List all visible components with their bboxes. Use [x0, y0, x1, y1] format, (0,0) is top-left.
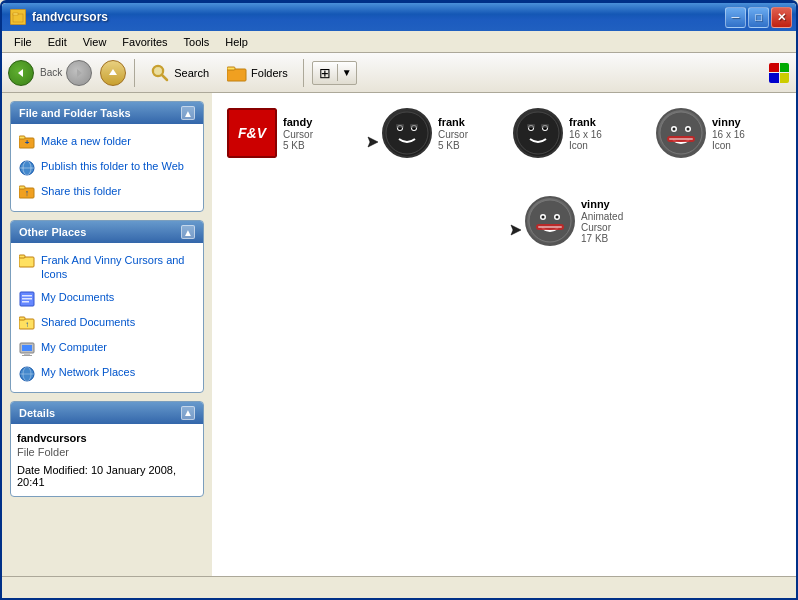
details-collapse-btn[interactable]: ▲ — [181, 406, 195, 420]
vinny-animated-arrow — [509, 223, 523, 239]
details-header[interactable]: Details ▲ — [11, 402, 203, 424]
close-button[interactable]: ✕ — [771, 7, 792, 28]
fandy-thumb: F&V — [227, 108, 277, 158]
file-item-vinny-animated[interactable]: vinny Animated Cursor 17 KB — [508, 191, 643, 271]
my-network-label: My Network Places — [41, 365, 135, 379]
frank-cursor-type: Cursor — [438, 129, 468, 140]
folders-button[interactable]: Folders — [220, 60, 295, 86]
svg-rect-24 — [22, 301, 29, 303]
other-places-collapse-btn[interactable]: ▲ — [181, 225, 195, 239]
frank-cursor-icon — [382, 108, 432, 158]
vinny-icon-thumb — [656, 108, 706, 158]
my-network-link[interactable]: My Network Places — [17, 363, 197, 384]
svg-rect-30 — [24, 353, 30, 355]
view-icon: ⊞ — [313, 62, 337, 84]
other-places-panel: Other Places ▲ Frank And Vinny Cursors a… — [10, 220, 204, 393]
xp-red — [769, 63, 779, 73]
menu-favorites[interactable]: Favorites — [114, 34, 175, 50]
maximize-button[interactable]: □ — [748, 7, 769, 28]
other-places-header[interactable]: Other Places ▲ — [11, 221, 203, 243]
frank-cursor-size: 5 KB — [438, 140, 468, 151]
share-folder-link[interactable]: ↑ Share this folder — [17, 182, 197, 203]
file-item-vinny-icon[interactable]: vinny 16 x 16 Icon — [651, 103, 786, 183]
tasks-panel: File and Folder Tasks ▲ + Make a new fol… — [10, 101, 204, 212]
fandy-logo-icon: F&V — [227, 108, 277, 158]
details-folder-name: fandvcursors — [17, 432, 197, 444]
file-item-fandy[interactable]: F&V fandy Cursor 5 KB — [222, 103, 357, 183]
frank-icon-name: frank — [569, 116, 602, 128]
publish-folder-link[interactable]: Publish this folder to the Web — [17, 157, 197, 178]
svg-point-43 — [517, 112, 559, 154]
svg-marker-2 — [18, 69, 23, 77]
menu-view[interactable]: View — [75, 34, 115, 50]
other-places-body: Frank And Vinny Cursors and Icons My Doc… — [11, 243, 203, 392]
tasks-collapse-btn[interactable]: ▲ — [181, 106, 195, 120]
window: fandvcursors ─ □ ✕ File Edit View Favori… — [0, 0, 798, 600]
share-folder-icon: ↑ — [19, 185, 35, 201]
view-dropdown-arrow[interactable]: ▼ — [337, 64, 356, 81]
my-computer-link[interactable]: My Computer — [17, 338, 197, 359]
svg-text:+: + — [25, 138, 30, 147]
svg-marker-4 — [109, 69, 117, 75]
titlebar-left: fandvcursors — [10, 9, 108, 25]
statusbar — [2, 576, 796, 598]
svg-text:↑: ↑ — [25, 188, 30, 198]
svg-rect-42 — [410, 124, 418, 128]
vinny-icon-size: Icon — [712, 140, 745, 151]
toolbar-separator-1 — [134, 59, 135, 87]
left-panel: File and Folder Tasks ▲ + Make a new fol… — [2, 93, 212, 576]
svg-rect-56 — [669, 138, 693, 140]
fandy-name: fandy — [283, 116, 313, 128]
toolbar-separator-2 — [303, 59, 304, 87]
xp-yellow — [780, 73, 790, 83]
toolbar: Back Search Folders ⊞ ▼ — [2, 53, 796, 93]
shared-documents-link[interactable]: ↑ Shared Documents — [17, 313, 197, 334]
up-button[interactable] — [100, 60, 126, 86]
share-folder-label: Share this folder — [41, 184, 121, 198]
forward-button[interactable] — [66, 60, 92, 86]
file-item-frank-icon[interactable]: frank 16 x 16 Icon — [508, 103, 643, 183]
svg-rect-64 — [538, 226, 562, 228]
my-documents-link[interactable]: My Documents — [17, 288, 197, 309]
tasks-header[interactable]: File and Folder Tasks ▲ — [11, 102, 203, 124]
file-item-vinny-icon-inner: vinny 16 x 16 Icon — [656, 108, 781, 158]
file-item-frank-cursor-inner: frank Cursor 5 KB — [370, 108, 495, 158]
svg-marker-57 — [511, 225, 521, 235]
svg-line-7 — [162, 75, 167, 80]
tasks-body: + Make a new folder — [11, 124, 203, 211]
svg-rect-48 — [527, 124, 535, 128]
search-label: Search — [174, 67, 209, 79]
details-folder-type: File Folder — [17, 446, 197, 458]
vinny-animated-size: 17 KB — [581, 233, 638, 244]
svg-point-62 — [556, 216, 559, 219]
xp-green — [780, 63, 790, 73]
svg-rect-1 — [13, 13, 18, 15]
menu-tools[interactable]: Tools — [176, 34, 218, 50]
vinny-icon-type: 16 x 16 — [712, 129, 745, 140]
menu-file[interactable]: File — [6, 34, 40, 50]
svg-point-50 — [660, 112, 702, 154]
svg-point-6 — [154, 67, 162, 75]
search-button[interactable]: Search — [143, 59, 216, 87]
make-folder-link[interactable]: + Make a new folder — [17, 132, 197, 153]
svg-rect-23 — [22, 298, 32, 300]
svg-rect-8 — [227, 69, 246, 81]
shared-documents-icon: ↑ — [19, 316, 35, 332]
file-item-frank-cursor[interactable]: frank Cursor 5 KB — [365, 103, 500, 183]
menu-edit[interactable]: Edit — [40, 34, 75, 50]
window-icon — [10, 9, 26, 25]
view-button[interactable]: ⊞ ▼ — [312, 61, 357, 85]
svg-point-36 — [386, 112, 428, 154]
menubar: File Edit View Favorites Tools Help — [2, 31, 796, 53]
details-panel: Details ▲ fandvcursors File Folder Date … — [10, 401, 204, 497]
frank-vinny-link[interactable]: Frank And Vinny Cursors and Icons — [17, 251, 197, 284]
xp-flag-icon — [769, 63, 789, 83]
fandy-type: Cursor — [283, 129, 313, 140]
my-computer-icon — [19, 341, 35, 357]
content-area: File and Folder Tasks ▲ + Make a new fol… — [2, 93, 796, 576]
menu-help[interactable]: Help — [217, 34, 256, 50]
minimize-button[interactable]: ─ — [725, 7, 746, 28]
svg-point-61 — [542, 216, 545, 219]
publish-folder-label: Publish this folder to the Web — [41, 159, 184, 173]
back-button[interactable] — [8, 60, 34, 86]
